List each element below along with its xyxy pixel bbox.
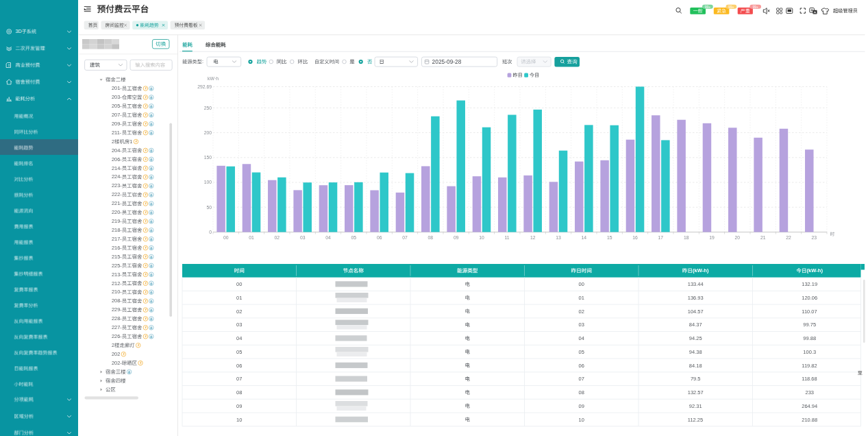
svg-text:08: 08 — [579, 389, 584, 396]
svg-text:216-: 216- — [112, 245, 122, 251]
svg-text:10: 10 — [579, 417, 584, 423]
svg-text:04: 04 — [236, 335, 242, 341]
svg-text:219-: 219- — [112, 218, 122, 224]
svg-text:12: 12 — [530, 235, 536, 240]
svg-text:226-: 226- — [112, 333, 122, 339]
svg-text:11: 11 — [505, 235, 510, 240]
svg-text:84.37: 84.37 — [689, 322, 702, 328]
svg-text:215-: 215- — [112, 254, 122, 260]
svg-text:05: 05 — [579, 349, 584, 355]
svg-text:99+: 99+ — [728, 5, 734, 9]
svg-text:01: 01 — [249, 235, 254, 240]
svg-text:07: 07 — [236, 376, 242, 382]
svg-text:1: 1 — [129, 138, 132, 145]
svg-text:213-: 213- — [112, 271, 122, 278]
svg-text:07: 07 — [402, 235, 408, 240]
svg-text:94.38: 94.38 — [689, 349, 702, 355]
svg-text:05: 05 — [236, 349, 242, 355]
svg-text:205-: 205- — [112, 103, 122, 109]
svg-text:02: 02 — [236, 308, 242, 315]
svg-text:00: 00 — [236, 281, 242, 287]
svg-text:92.31: 92.31 — [689, 403, 702, 409]
svg-text:212-: 212- — [112, 280, 122, 287]
svg-text:(kW-h): (kW-h) — [807, 267, 823, 274]
svg-text:110.07: 110.07 — [802, 308, 817, 315]
svg-text:17: 17 — [658, 235, 664, 240]
svg-text:99.75: 99.75 — [803, 322, 816, 328]
svg-text:06: 06 — [377, 235, 382, 240]
svg-text:19: 19 — [709, 235, 715, 240]
svg-text:104.57: 104.57 — [688, 308, 704, 315]
svg-text:10: 10 — [236, 417, 242, 423]
svg-text:220-: 220- — [112, 209, 122, 215]
svg-text:03: 03 — [236, 322, 242, 328]
svg-text:133.44: 133.44 — [688, 281, 704, 287]
svg-text:15: 15 — [607, 235, 612, 240]
svg-text:84.18: 84.18 — [689, 363, 702, 369]
svg-text:99+: 99+ — [705, 5, 710, 9]
svg-text:09: 09 — [236, 403, 242, 409]
svg-text:04: 04 — [325, 235, 331, 240]
svg-text:79.5: 79.5 — [691, 376, 701, 382]
svg-text:08: 08 — [428, 235, 434, 240]
svg-text:50: 50 — [206, 205, 212, 210]
svg-text:225-: 225- — [112, 263, 122, 269]
svg-text:0: 0 — [209, 230, 212, 234]
svg-text:03: 03 — [300, 235, 306, 240]
svg-text:kW·h: kW·h — [208, 76, 219, 81]
svg-text:2: 2 — [112, 342, 114, 348]
svg-text:00: 00 — [579, 281, 584, 287]
svg-text:01: 01 — [236, 295, 242, 301]
svg-text:16: 16 — [632, 235, 638, 240]
svg-text:99.88: 99.88 — [803, 335, 816, 341]
svg-text:04: 04 — [579, 335, 584, 341]
svg-text:250: 250 — [204, 106, 212, 110]
svg-text:118.68: 118.68 — [802, 376, 817, 382]
svg-text:200: 200 — [204, 130, 212, 135]
svg-text:203-: 203- — [112, 94, 122, 100]
svg-text:229-: 229- — [112, 306, 122, 313]
svg-text:100.3: 100.3 — [803, 349, 816, 355]
svg-text:214-: 214- — [112, 165, 122, 171]
svg-text:204-: 204- — [112, 147, 122, 154]
svg-text:22: 22 — [786, 235, 791, 240]
svg-text:02: 02 — [579, 308, 584, 315]
svg-text:07: 07 — [579, 376, 584, 382]
svg-text:(kW-h): (kW-h) — [693, 267, 709, 274]
svg-text:18: 18 — [684, 235, 689, 240]
svg-text:223-: 223- — [112, 182, 122, 189]
svg-text:3D: 3D — [15, 28, 21, 34]
svg-text::: : — [202, 58, 203, 64]
svg-text:00: 00 — [223, 235, 229, 240]
svg-text:227-: 227- — [112, 324, 122, 330]
svg-text:292.69: 292.69 — [197, 84, 212, 89]
svg-text:100: 100 — [204, 180, 212, 184]
svg-text:03: 03 — [579, 322, 584, 328]
svg-text:132.19: 132.19 — [802, 281, 817, 287]
svg-text:224-: 224- — [112, 173, 122, 180]
svg-text:06: 06 — [236, 363, 242, 369]
svg-text:209-: 209- — [112, 121, 122, 127]
svg-text:132.57: 132.57 — [688, 389, 704, 396]
svg-text:211-: 211- — [112, 130, 122, 136]
svg-text:14: 14 — [582, 235, 587, 240]
svg-text:221-: 221- — [112, 200, 122, 206]
svg-text:99+: 99+ — [753, 5, 758, 9]
svg-text:2: 2 — [112, 138, 114, 145]
svg-text:136.93: 136.93 — [688, 295, 704, 301]
svg-text:150: 150 — [204, 155, 212, 160]
svg-text:09: 09 — [579, 403, 584, 409]
svg-text:06: 06 — [579, 363, 584, 369]
svg-text:202-: 202- — [112, 360, 122, 366]
svg-text:218-: 218- — [112, 227, 122, 233]
svg-text:05: 05 — [351, 235, 357, 240]
svg-text:206-: 206- — [112, 156, 122, 162]
svg-text:08: 08 — [236, 389, 242, 396]
svg-text:01: 01 — [579, 295, 584, 301]
svg-text:09: 09 — [454, 235, 459, 240]
svg-text:233: 233 — [805, 389, 814, 396]
svg-text:264.94: 264.94 — [802, 403, 817, 409]
svg-text:201-: 201- — [112, 85, 122, 91]
svg-text:2025-09-28: 2025-09-28 — [432, 58, 462, 65]
svg-text:20: 20 — [735, 235, 741, 240]
